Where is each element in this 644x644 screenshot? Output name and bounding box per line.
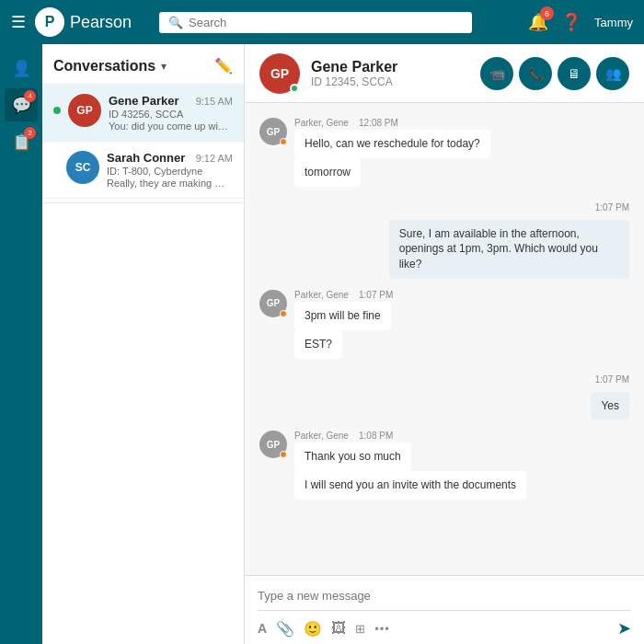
chat-header-left: GP Gene Parker ID 12345, SCCA bbox=[259, 53, 397, 94]
chat-avatar-online-dot bbox=[290, 84, 299, 93]
message-input[interactable] bbox=[258, 585, 631, 611]
msg-avatar-status-dot-2 bbox=[280, 310, 287, 317]
conv-item-sarah-conner[interactable]: SC Sarah Conner 9:12 AM ID: T-800, Cyber… bbox=[42, 142, 244, 199]
logo-icon: P bbox=[35, 7, 64, 37]
chat-toolbar: A 📎 🙂 🖼 ⊞ ••• ➤ bbox=[258, 611, 631, 638]
msg-time-sent-2: 1:07 PM bbox=[259, 370, 629, 386]
conv-separator bbox=[42, 202, 244, 203]
format-text-button[interactable]: A bbox=[258, 621, 267, 636]
top-nav: ☰ P Pearson 🔍 🔔 6 ❓ Tammy bbox=[0, 0, 644, 44]
chat-contact-avatar: GP bbox=[259, 53, 300, 94]
msg-content-sent-2: Yes bbox=[591, 392, 629, 420]
phone-call-button[interactable]: 📞 bbox=[519, 57, 552, 90]
chat-contact-id: ID 12345, SCCA bbox=[311, 75, 397, 88]
search-bar[interactable]: 🔍 bbox=[159, 12, 472, 33]
msg-bubble-sent-2: Yes bbox=[591, 392, 629, 420]
conv-item-gene-parker[interactable]: GP Gene Parker 9:15 AM ID 43256, SCCA Yo… bbox=[42, 85, 244, 142]
conv-preview-sc: Really, they are making another... bbox=[107, 178, 226, 189]
sidebar-icon-messages[interactable]: 💬 4 bbox=[5, 88, 38, 121]
help-button[interactable]: ❓ bbox=[561, 12, 581, 32]
logo-area: P Pearson bbox=[35, 7, 132, 37]
video-call-button[interactable]: 📹 bbox=[480, 57, 513, 90]
add-participant-button[interactable]: 👥 bbox=[596, 57, 629, 90]
sidebar-icons: 👤 💬 4 📋 2 bbox=[0, 44, 42, 644]
conv-id-sc: ID: T-800, Cyberdyne bbox=[107, 166, 233, 177]
msg-meta-received-2: Parker, Gene 1:07 PM bbox=[294, 290, 393, 300]
nav-right: 🔔 6 ❓ Tammy bbox=[528, 12, 633, 32]
msg-avatar-gp-3: GP bbox=[259, 431, 287, 458]
user-name: Tammy bbox=[594, 16, 633, 29]
msg-meta-received-1: Parker, Gene 12:08 PM bbox=[294, 118, 490, 128]
msg-avatar-status-dot-3 bbox=[280, 451, 287, 458]
conv-avatar-sc: SC bbox=[66, 151, 99, 184]
msg-bubble-sent-1: Sure, I am available in the afternoon, o… bbox=[389, 220, 629, 279]
msg-bubble-3b: I will send you an invite with the docum… bbox=[294, 471, 526, 500]
chat-header: GP Gene Parker ID 12345, SCCA 📹 📞 🖥 👥 bbox=[245, 44, 644, 103]
conversations-panel: Conversations ▾ ✏️ GP Gene Parker 9:15 A… bbox=[42, 44, 245, 644]
online-indicator bbox=[53, 107, 61, 114]
messages-container: GP Parker, Gene 12:08 PM Hello, can we r… bbox=[245, 103, 644, 575]
chat-area: GP Gene Parker ID 12345, SCCA 📹 📞 🖥 👥 bbox=[245, 44, 644, 644]
conv-time: 9:15 AM bbox=[196, 96, 233, 107]
conv-time-sc: 9:12 AM bbox=[196, 153, 233, 164]
msg-bubble-1a: Hello, can we reschedule for today? bbox=[294, 130, 490, 158]
conversations-header: Conversations ▾ ✏️ bbox=[42, 44, 244, 85]
notification-badge: 6 bbox=[540, 6, 554, 20]
chat-contact-info: Gene Parker ID 12345, SCCA bbox=[311, 59, 397, 88]
tasks-badge: 2 bbox=[24, 127, 36, 139]
msg-row-sent-1: Sure, I am available in the afternoon, o… bbox=[259, 220, 629, 279]
msg-bubble-2a: 3pm will be fine bbox=[294, 302, 391, 330]
more-options-button[interactable]: ••• bbox=[374, 622, 390, 636]
chat-input-area: A 📎 🙂 🖼 ⊞ ••• ➤ bbox=[245, 575, 644, 644]
sidebar-icon-profile[interactable]: 👤 bbox=[5, 52, 38, 85]
msg-avatar-gp-2: GP bbox=[259, 290, 287, 317]
chat-contact-name: Gene Parker bbox=[311, 59, 397, 75]
screen-share-button[interactable]: 🖥 bbox=[558, 57, 591, 90]
hamburger-icon[interactable]: ☰ bbox=[11, 12, 26, 32]
conv-avatar-gp: GP bbox=[68, 94, 101, 127]
search-icon: 🔍 bbox=[168, 16, 183, 29]
msg-bubble-3a: Thank you so much bbox=[294, 443, 411, 471]
chat-actions: 📹 📞 🖥 👥 bbox=[480, 57, 629, 90]
msg-bubble-2b: EST? bbox=[294, 330, 342, 359]
search-input[interactable] bbox=[189, 16, 463, 29]
msg-content-received-2: Parker, Gene 1:07 PM 3pm will be fine ES… bbox=[294, 290, 393, 359]
main-layout: 👤 💬 4 📋 2 Conversations ▾ ✏️ GP Gene Par… bbox=[0, 44, 644, 644]
msg-avatar-gp-1: GP bbox=[259, 118, 287, 145]
messages-badge: 4 bbox=[24, 90, 36, 102]
conversations-title: Conversations bbox=[53, 58, 155, 75]
msg-time-sent-1: 1:07 PM bbox=[259, 198, 629, 214]
conversations-edit-icon[interactable]: ✏️ bbox=[214, 57, 233, 75]
msg-row-sent-2: Yes bbox=[259, 392, 629, 420]
conv-name-sc: Sarah Conner bbox=[107, 151, 185, 165]
msg-row-received-1: GP Parker, Gene 12:08 PM Hello, can we r… bbox=[259, 118, 629, 187]
notification-bell-button[interactable]: 🔔 6 bbox=[528, 12, 548, 32]
msg-meta-received-3: Parker, Gene 1:08 PM bbox=[294, 431, 526, 441]
conv-header-left: Conversations ▾ bbox=[53, 58, 167, 75]
msg-content-sent-1: Sure, I am available in the afternoon, o… bbox=[389, 220, 629, 279]
conv-info-sc: Sarah Conner 9:12 AM ID: T-800, Cyberdyn… bbox=[107, 151, 233, 189]
sidebar-icon-tasks[interactable]: 📋 2 bbox=[5, 125, 38, 158]
emoji-button[interactable]: 🙂 bbox=[304, 620, 322, 638]
msg-content-received-1: Parker, Gene 12:08 PM Hello, can we resc… bbox=[294, 118, 490, 187]
msg-content-received-3: Parker, Gene 1:08 PM Thank you so much I… bbox=[294, 431, 526, 500]
msg-bubble-1b: tomorrow bbox=[294, 158, 361, 187]
image-button[interactable]: 🖼 bbox=[331, 620, 346, 637]
msg-row-received-2: GP Parker, Gene 1:07 PM 3pm will be fine… bbox=[259, 290, 629, 359]
conv-id: ID 43256, SCCA bbox=[109, 109, 233, 120]
msg-avatar-status-dot bbox=[280, 138, 287, 145]
app-title: Pearson bbox=[70, 13, 132, 32]
table-button[interactable]: ⊞ bbox=[355, 622, 365, 636]
conversations-dropdown-icon[interactable]: ▾ bbox=[161, 60, 167, 73]
conv-name-row-sc: Sarah Conner 9:12 AM bbox=[107, 151, 233, 165]
conv-preview: You: did you come up with... bbox=[109, 121, 228, 132]
conv-name: Gene Parker bbox=[109, 94, 179, 108]
msg-row-received-3: GP Parker, Gene 1:08 PM Thank you so muc… bbox=[259, 431, 629, 500]
attachment-button[interactable]: 📎 bbox=[276, 620, 294, 638]
conv-info-gp: Gene Parker 9:15 AM ID 43256, SCCA You: … bbox=[109, 94, 233, 132]
send-message-button[interactable]: ➤ bbox=[617, 618, 631, 638]
conv-name-row: Gene Parker 9:15 AM bbox=[109, 94, 233, 108]
